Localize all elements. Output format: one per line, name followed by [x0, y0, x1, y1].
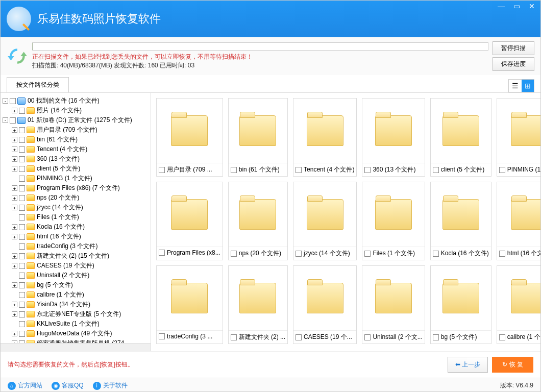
tab-by-path[interactable]: 按文件路径分类 [7, 77, 69, 92]
expand-icon[interactable]: + [12, 331, 17, 336]
expand-icon[interactable]: + [12, 146, 17, 152]
checkbox[interactable] [19, 311, 25, 317]
expand-icon[interactable]: + [12, 137, 17, 142]
tree-item[interactable]: +html (16 个文件) [3, 232, 149, 241]
checkbox[interactable] [19, 137, 25, 143]
expand-icon[interactable]: + [12, 127, 17, 133]
tree-item[interactable]: +新建文件夹 (2) (15 个文件) [3, 251, 149, 261]
checkbox[interactable] [433, 167, 439, 173]
tree-item[interactable]: +东北证券NET专业版 (5 个文件) [3, 309, 149, 319]
tree-item[interactable]: Uninstall (2 个文件) [3, 271, 149, 280]
checkbox[interactable] [19, 253, 25, 259]
checkbox[interactable] [499, 334, 505, 340]
checkbox[interactable] [19, 195, 25, 201]
tree-item[interactable]: +Tencent (4 个文件) [3, 144, 149, 154]
checkbox[interactable] [19, 205, 25, 211]
folder-card[interactable]: Kocla (16 个文件) [430, 182, 491, 260]
tree-item[interactable]: +bin (61 个文件) [3, 135, 149, 144]
folder-card[interactable]: client (5 个文件) [430, 98, 491, 177]
expand-icon[interactable]: + [12, 282, 17, 288]
tree-item[interactable]: -01 新加卷 (D:) 正常文件 (1275 个文件) [3, 115, 149, 125]
checkbox[interactable] [159, 167, 165, 173]
official-site-link[interactable]: ⌂官方网站 [8, 381, 42, 390]
checkbox[interactable] [19, 292, 25, 298]
expand-icon[interactable]: + [12, 185, 17, 191]
checkbox[interactable] [19, 176, 25, 182]
tree-item[interactable]: +用户目录 (709 个文件) [3, 125, 149, 135]
tree-item[interactable]: Files (1 个文件) [3, 212, 149, 222]
folder-card[interactable]: bin (61 个文件) [228, 98, 288, 177]
checkbox[interactable] [231, 167, 237, 173]
folder-card[interactable]: PINMING (1 个文... [497, 98, 540, 177]
checkbox[interactable] [231, 334, 237, 340]
folder-card[interactable]: calibre (1 个文件) [497, 265, 540, 344]
folder-card[interactable]: tradeConfig (3 ... [156, 265, 223, 344]
checkbox[interactable] [296, 334, 302, 340]
expand-icon[interactable]: + [12, 234, 17, 239]
folder-card[interactable]: 新建文件夹 (2) ... [228, 265, 288, 344]
tree-item[interactable]: tradeConfig (3 个文件) [3, 241, 149, 251]
checkbox[interactable] [19, 282, 25, 288]
tree-item[interactable]: KKLiveSuite (1 个文件) [3, 319, 149, 329]
expand-icon[interactable]: + [12, 156, 17, 162]
checkbox[interactable] [19, 321, 25, 327]
expand-icon[interactable]: + [12, 302, 17, 307]
checkbox[interactable] [364, 251, 371, 257]
checkbox[interactable] [364, 334, 371, 340]
expand-icon[interactable]: - [3, 117, 8, 123]
tree-item[interactable]: +YisinDa (34 个文件) [3, 300, 149, 309]
checkbox[interactable] [19, 263, 25, 269]
checkbox[interactable] [19, 185, 25, 191]
folder-card[interactable]: html (16 个文件) [497, 182, 540, 260]
expand-icon[interactable]: + [12, 166, 17, 172]
about-link[interactable]: i关于软件 [93, 381, 128, 390]
view-list-button[interactable]: ☰ [509, 80, 522, 92]
folder-card[interactable]: nps (20 个文件) [228, 182, 288, 260]
tree-item[interactable]: +CAESES (19 个文件) [3, 261, 149, 271]
tree-item[interactable]: +照片 (16 个文件) [3, 106, 149, 115]
checkbox[interactable] [433, 334, 439, 340]
checkbox[interactable] [19, 243, 25, 250]
expand-icon[interactable]: + [12, 224, 17, 230]
checkbox[interactable] [19, 166, 25, 172]
folder-card[interactable]: CAESES (19 个... [293, 265, 357, 344]
tree-item[interactable]: +HugoMoveData (49 个文件) [3, 329, 149, 338]
close-button[interactable]: ✕ [527, 3, 536, 10]
expand-icon[interactable]: + [12, 311, 17, 317]
checkbox[interactable] [296, 251, 302, 257]
checkbox[interactable] [159, 333, 165, 339]
minimize-button[interactable]: — [497, 3, 506, 10]
checkbox[interactable] [433, 251, 439, 257]
checkbox[interactable] [159, 250, 165, 256]
expand-icon[interactable]: + [12, 205, 17, 210]
support-qq-link[interactable]: ◉客服QQ [52, 381, 84, 390]
checkbox[interactable] [19, 108, 25, 114]
pause-scan-button[interactable]: 暂停扫描 [493, 41, 534, 55]
tree-item[interactable]: +nps (20 个文件) [3, 193, 149, 203]
checkbox[interactable] [19, 331, 25, 337]
save-progress-button[interactable]: 保存进度 [493, 57, 534, 71]
file-tree[interactable]: -00 找到的文件 (16 个文件)+照片 (16 个文件)-01 新加卷 (D… [1, 93, 151, 351]
checkbox[interactable] [10, 117, 16, 124]
checkbox[interactable] [19, 127, 25, 133]
checkbox[interactable] [499, 167, 505, 173]
checkbox[interactable] [19, 302, 25, 308]
checkbox[interactable] [19, 224, 25, 230]
tree-item[interactable]: -00 找到的文件 (16 个文件) [3, 96, 149, 106]
checkbox[interactable] [19, 214, 25, 220]
folder-card[interactable]: 360 (13 个文件) [362, 98, 425, 177]
folder-card[interactable]: jzycc (14 个文件) [293, 182, 357, 260]
checkbox[interactable] [19, 146, 25, 153]
view-grid-button[interactable]: ⊞ [522, 80, 534, 92]
checkbox[interactable] [499, 251, 505, 257]
folder-card[interactable]: 用户目录 (709 ... [156, 98, 223, 177]
folder-card[interactable]: Tencent (4 个文件) [293, 98, 357, 177]
folder-card[interactable]: Files (1 个文件) [362, 182, 425, 260]
tree-item[interactable]: +client (5 个文件) [3, 164, 149, 174]
expand-icon[interactable]: + [12, 108, 17, 113]
checkbox[interactable] [19, 234, 25, 240]
tree-item[interactable]: +bg (5 个文件) [3, 280, 149, 290]
checkbox[interactable] [296, 167, 302, 173]
folder-card[interactable]: bg (5 个文件) [430, 265, 491, 344]
folder-grid-area[interactable]: 用户目录 (709 ...bin (61 个文件)Tencent (4 个文件)… [151, 93, 540, 351]
